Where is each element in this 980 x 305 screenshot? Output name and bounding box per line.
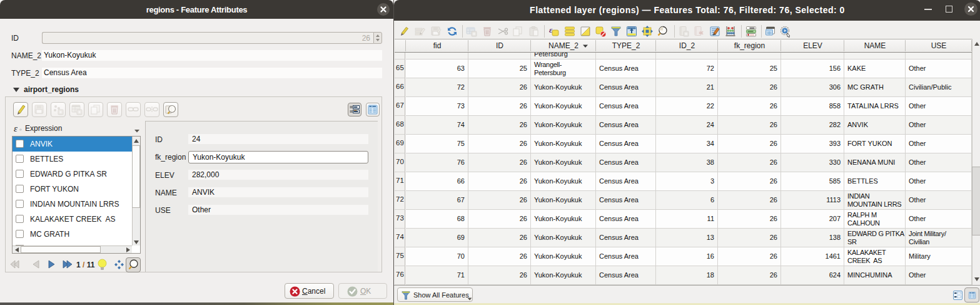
svg-text:ε: ε <box>549 25 553 34</box>
